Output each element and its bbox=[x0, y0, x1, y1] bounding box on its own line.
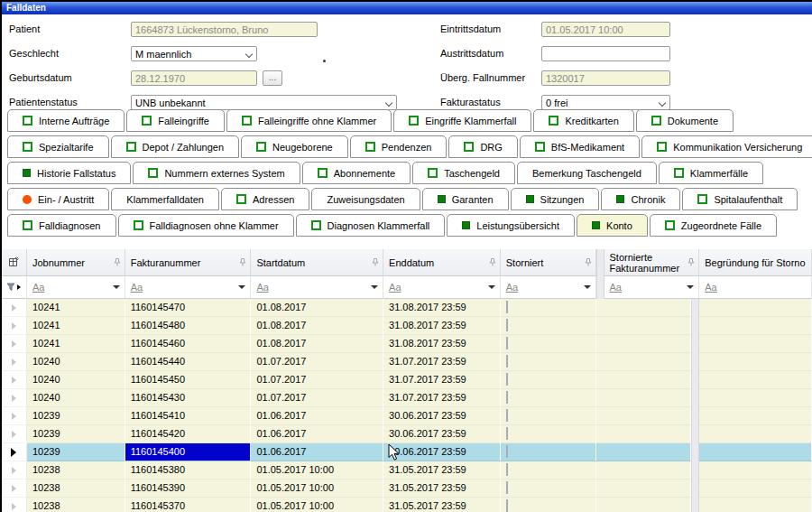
table-cell[interactable]: 10240 bbox=[27, 389, 125, 407]
storniert-checkbox[interactable] bbox=[506, 373, 508, 386]
tab-falldiagnosen[interactable]: Falldiagnosen bbox=[7, 214, 116, 237]
table-cell[interactable] bbox=[699, 335, 812, 353]
table-cell[interactable]: 31.05.2017 23:59 bbox=[383, 461, 501, 479]
table-cell[interactable] bbox=[596, 498, 692, 512]
column-header-begründung-für-storno[interactable]: Begründung für Storno bbox=[699, 249, 812, 276]
table-cell[interactable] bbox=[501, 498, 596, 512]
table-cell[interactable]: 1160145420 bbox=[125, 425, 252, 443]
pin-icon[interactable] bbox=[114, 257, 121, 267]
row-indicator[interactable] bbox=[2, 389, 27, 407]
table-cell[interactable] bbox=[596, 371, 692, 389]
tab-spezialtarife[interactable]: Spezialtarife bbox=[7, 135, 109, 158]
table-cell[interactable]: 10240 bbox=[27, 353, 125, 371]
table-cell[interactable] bbox=[699, 371, 812, 389]
pin-icon[interactable] bbox=[239, 257, 246, 267]
tab-zugeordnete-fälle[interactable]: Zugeordnete Fälle bbox=[650, 214, 777, 237]
filter-type-badge[interactable]: Aa bbox=[705, 282, 716, 293]
table-cell[interactable]: 10239 bbox=[27, 443, 125, 461]
table-cell[interactable] bbox=[699, 407, 812, 425]
column-header-storniert[interactable]: Storniert bbox=[501, 249, 596, 276]
customize-grid-button[interactable] bbox=[2, 249, 27, 276]
pin-icon[interactable] bbox=[489, 257, 496, 267]
filter-cell-begründung-für-storno[interactable]: Aa bbox=[699, 276, 812, 299]
table-cell[interactable]: 01.05.2017 10:00 bbox=[251, 461, 383, 479]
table-cell[interactable]: 31.05.2017 23:59 bbox=[383, 479, 501, 498]
tab-bemerkung-taschengeld[interactable]: Bemerkung Taschengeld bbox=[517, 162, 657, 184]
tab-sitzungen[interactable]: Sitzungen bbox=[511, 188, 600, 210]
tab-drg[interactable]: DRG bbox=[448, 135, 517, 158]
filter-dropdown-icon[interactable] bbox=[584, 285, 591, 289]
filter-cell-fakturanummer[interactable]: Aa bbox=[125, 276, 252, 299]
table-cell[interactable] bbox=[699, 425, 812, 443]
tab-pendenzen[interactable]: Pendenzen bbox=[350, 135, 448, 158]
pin-icon[interactable] bbox=[585, 257, 592, 267]
table-cell[interactable]: 31.08.2017 23:59 bbox=[383, 299, 501, 317]
tab-nummern-externes-system[interactable]: Nummern externes System bbox=[133, 162, 300, 184]
column-header-startdatum[interactable]: Startdatum bbox=[251, 249, 383, 276]
row-indicator[interactable] bbox=[2, 371, 27, 389]
table-cell[interactable] bbox=[501, 317, 596, 335]
storniert-checkbox[interactable] bbox=[506, 409, 508, 422]
table-row[interactable]: 10238116014538001.05.2017 10:0031.05.201… bbox=[2, 461, 812, 479]
table-cell[interactable]: 1160145440 bbox=[125, 353, 252, 371]
table-row[interactable]: 10241116014547001.08.201731.08.2017 23:5… bbox=[2, 299, 812, 317]
table-cell[interactable] bbox=[596, 425, 692, 443]
table-cell[interactable]: 10240 bbox=[27, 371, 125, 389]
table-cell[interactable]: 31.07.2017 23:59 bbox=[383, 353, 501, 371]
filter-dropdown-icon[interactable] bbox=[238, 285, 245, 289]
table-row[interactable]: 10240116014544001.07.201731.07.2017 23:5… bbox=[2, 353, 812, 371]
row-indicator[interactable] bbox=[2, 498, 27, 512]
filter-type-badge[interactable]: Aa bbox=[32, 282, 44, 293]
table-cell[interactable]: 01.08.2017 bbox=[251, 299, 383, 317]
table-cell[interactable] bbox=[501, 461, 596, 479]
tab-kreditkarten[interactable]: Kreditkarten bbox=[533, 109, 633, 132]
filter-cell-stornierte-fakturanummer[interactable]: Aa bbox=[604, 276, 700, 299]
tab-falldiagnosen-ohne-klammer[interactable]: Falldiagnosen ohne Klammer bbox=[118, 214, 294, 237]
table-cell[interactable] bbox=[501, 371, 596, 389]
tab-garanten[interactable]: Garanten bbox=[422, 188, 509, 210]
pin-icon[interactable] bbox=[687, 257, 695, 267]
row-indicator[interactable] bbox=[2, 407, 27, 425]
storniert-checkbox[interactable] bbox=[506, 499, 508, 512]
table-row[interactable]: 10239116014541001.06.201730.06.2017 23:5… bbox=[2, 407, 812, 425]
table-row[interactable]: 10239116014542001.06.201730.06.2017 23:5… bbox=[2, 425, 812, 443]
tab-interne-aufträge[interactable]: Interne Aufträge bbox=[7, 109, 125, 132]
tab-dokumente[interactable]: Dokumente bbox=[636, 109, 734, 132]
storniert-checkbox[interactable] bbox=[506, 391, 508, 404]
table-cell[interactable]: 30.06.2017 23:59 bbox=[383, 443, 501, 461]
table-cell[interactable]: 01.06.2017 bbox=[251, 425, 383, 443]
storniert-checkbox[interactable] bbox=[506, 481, 508, 494]
table-row[interactable]: 10241116014546001.08.201731.08.2017 23:5… bbox=[2, 335, 812, 353]
table-row[interactable]: 10238116014537001.05.2017 10:0031.05.201… bbox=[2, 498, 812, 512]
column-header-fakturanummer[interactable]: Fakturanummer bbox=[125, 249, 252, 276]
storniert-checkbox[interactable] bbox=[506, 301, 508, 313]
tab-spitalaufenthalt[interactable]: Spitalaufenthalt bbox=[682, 188, 798, 210]
table-cell[interactable]: 1160145390 bbox=[125, 479, 252, 498]
table-cell[interactable] bbox=[596, 353, 692, 371]
storniert-checkbox[interactable] bbox=[506, 319, 508, 331]
pin-icon[interactable] bbox=[372, 257, 379, 267]
filter-cell-jobnummer[interactable]: Aa bbox=[27, 276, 125, 299]
filter-dropdown-icon[interactable] bbox=[371, 285, 378, 289]
table-cell[interactable]: 31.08.2017 23:59 bbox=[383, 317, 501, 335]
select-field[interactable]: 0 frei bbox=[541, 95, 670, 110]
row-indicator[interactable] bbox=[2, 479, 27, 498]
table-cell[interactable]: 10241 bbox=[27, 299, 125, 317]
table-cell[interactable]: 1160145470 bbox=[125, 299, 252, 317]
tab-taschengeld[interactable]: Taschengeld bbox=[412, 162, 515, 184]
row-indicator[interactable] bbox=[2, 443, 27, 461]
table-cell[interactable] bbox=[699, 498, 812, 512]
column-header-jobnummer[interactable]: Jobnummer bbox=[27, 249, 125, 276]
table-cell[interactable]: 30.06.2017 23:59 bbox=[383, 407, 501, 425]
tab-konto[interactable]: Konto bbox=[577, 214, 648, 237]
table-cell[interactable]: 31.07.2017 23:59 bbox=[383, 389, 501, 407]
table-cell[interactable] bbox=[501, 389, 596, 407]
tab-chronik[interactable]: Chronik bbox=[601, 188, 680, 210]
table-cell[interactable] bbox=[501, 353, 596, 371]
storniert-checkbox[interactable] bbox=[506, 355, 508, 368]
tab-eingriffe-klammerfall[interactable]: Eingriffe Klammerfall bbox=[393, 109, 531, 132]
filter-type-badge[interactable]: Aa bbox=[131, 282, 143, 293]
table-cell[interactable]: 01.08.2017 bbox=[251, 335, 383, 353]
table-cell[interactable] bbox=[596, 407, 692, 425]
table-cell[interactable]: 1160145480 bbox=[125, 317, 252, 335]
